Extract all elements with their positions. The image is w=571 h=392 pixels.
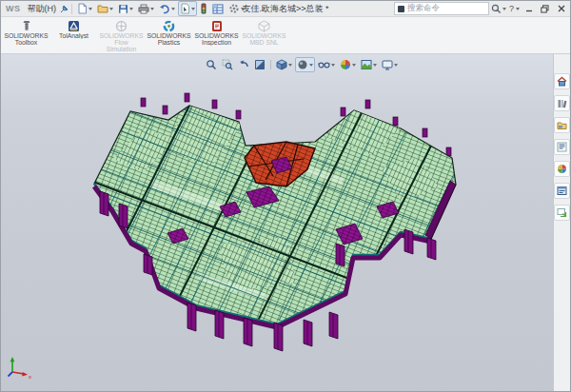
new-document-button[interactable] <box>75 1 94 16</box>
flow-simulation-icon <box>115 20 128 32</box>
headsup-view-toolbar <box>204 57 400 72</box>
addin-mbd-snl: SOLIDWORKS MBD SNL <box>241 18 287 52</box>
solidworks-window: WS 帮助(H) <box>0 0 571 392</box>
apply-scene-icon[interactable] <box>359 57 379 72</box>
previous-view-icon[interactable] <box>236 57 251 72</box>
minimize-button[interactable] <box>522 2 536 15</box>
headsup-separator <box>270 60 271 69</box>
solidworks-resources-icon[interactable] <box>554 73 570 89</box>
addin-tolanalyst[interactable]: TolAnalyst <box>50 18 97 52</box>
addin-plastics[interactable]: SOLIDWORKS Plastics <box>146 18 192 52</box>
quick-access-toolbar <box>75 1 246 16</box>
design-library-icon[interactable] <box>554 95 570 111</box>
solidworks-logo-partial: WS <box>3 4 24 13</box>
addin-flow-simulation: SOLIDWORKS Flow Simulation <box>98 18 145 52</box>
rebuild-traffic-light-button[interactable] <box>198 1 209 16</box>
restore-button[interactable] <box>538 2 552 15</box>
inspection-icon <box>211 20 223 32</box>
search-magnifier-icon[interactable] <box>491 4 506 14</box>
plastics-icon <box>163 20 175 32</box>
appearances-scenes-icon[interactable] <box>554 161 570 177</box>
file-explorer-icon[interactable] <box>554 117 570 133</box>
select-button[interactable] <box>178 1 197 16</box>
triad-x-label: x <box>29 374 31 380</box>
close-button[interactable] <box>554 2 568 15</box>
open-button[interactable] <box>95 1 115 16</box>
document-title: 友佳.欧海名城>>总装 * <box>242 1 328 16</box>
hide-show-items-icon[interactable] <box>316 57 337 72</box>
mbd-cube-icon <box>258 20 270 32</box>
titlebar: WS 帮助(H) <box>1 1 570 17</box>
search-scope-icon <box>398 6 404 12</box>
menu-help[interactable]: 帮助(H) <box>24 3 61 15</box>
toolbox-bolt-icon <box>21 20 32 32</box>
undo-button[interactable] <box>157 2 177 16</box>
zoom-to-area-icon[interactable] <box>220 57 235 72</box>
toolbar-separator <box>71 4 72 14</box>
section-view-icon[interactable] <box>252 57 267 72</box>
search-input[interactable]: 搜索命令 <box>394 2 489 15</box>
tolanalyst-icon <box>68 20 80 32</box>
custom-properties-icon[interactable] <box>554 183 570 199</box>
print-button[interactable] <box>136 2 156 16</box>
titlebar-right: 搜索命令 ? <box>394 2 568 15</box>
main-area: x <box>1 54 570 391</box>
addin-inspection[interactable]: SOLIDWORKS Inspection <box>193 18 240 52</box>
bom-table-button[interactable] <box>210 2 226 16</box>
edit-appearance-icon[interactable] <box>338 57 358 72</box>
solidworks-forum-icon[interactable] <box>554 205 570 221</box>
view-settings-icon[interactable] <box>380 57 400 72</box>
addin-solidworks-toolbox[interactable]: SOLIDWORKS Toolbox <box>3 18 49 52</box>
zoom-to-fit-icon[interactable] <box>204 57 219 72</box>
save-button[interactable] <box>116 2 135 16</box>
addins-toolbar: SOLIDWORKS Toolbox TolAnalyst SOLIDWORKS… <box>1 17 570 54</box>
view-palette-icon[interactable] <box>554 139 570 155</box>
pin-icon[interactable] <box>60 5 69 13</box>
assembly-model[interactable] <box>1 54 556 392</box>
display-style-icon[interactable] <box>295 57 315 72</box>
view-orientation-icon[interactable] <box>274 57 294 72</box>
search-placeholder: 搜索命令 <box>407 3 440 14</box>
help-button[interactable]: ? <box>508 4 520 13</box>
graphics-area[interactable]: x <box>1 54 553 391</box>
reference-triad: x <box>6 355 34 380</box>
